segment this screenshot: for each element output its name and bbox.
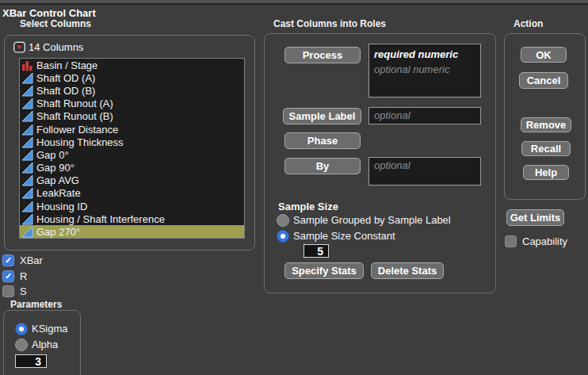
window-top-strip bbox=[0, 0, 588, 5]
column-list-item[interactable]: Shaft Runout (A) bbox=[20, 98, 244, 110]
by-button[interactable]: By bbox=[284, 158, 361, 174]
chart-type-option[interactable]: S bbox=[2, 285, 43, 297]
column-list[interactable]: Basin / StageShaft OD (A)Shaft OD (B)Sha… bbox=[19, 58, 245, 239]
chart-type-checkbox[interactable]: ✓ bbox=[2, 270, 14, 282]
recall-button[interactable]: Recall bbox=[521, 141, 571, 156]
ksigma-value-input[interactable] bbox=[15, 354, 47, 368]
cast-columns-panel: Process required numeric optional numeri… bbox=[264, 33, 496, 293]
sample-size-option[interactable]: Sample Size Constant bbox=[277, 229, 451, 243]
sample-size-radio[interactable] bbox=[277, 230, 289, 243]
radio-dot-icon bbox=[281, 234, 285, 239]
process-button[interactable]: Process bbox=[284, 47, 361, 63]
column-list-item[interactable]: Housing / Shaft Interference bbox=[20, 212, 244, 225]
radio-dot-icon bbox=[19, 327, 24, 331]
column-list-item-label: LeakRate bbox=[36, 187, 81, 199]
continuous-icon bbox=[21, 174, 33, 186]
column-list-item-label: Follower Distance bbox=[36, 124, 118, 136]
action-panel: OK Cancel Remove Recall Help bbox=[504, 33, 586, 200]
process-optional-text: optional numeric bbox=[374, 62, 475, 77]
column-list-item[interactable]: Shaft OD (A) bbox=[20, 71, 244, 84]
chart-type-option[interactable]: ✓XBar bbox=[2, 254, 43, 266]
column-list-item[interactable]: Basin / Stage bbox=[20, 59, 244, 71]
column-list-item[interactable]: Gap AVG bbox=[20, 174, 244, 187]
continuous-icon bbox=[21, 149, 33, 161]
sample-label-button[interactable]: Sample Label bbox=[283, 108, 361, 124]
bar-chart-icon bbox=[21, 59, 33, 71]
remove-button[interactable]: Remove bbox=[521, 117, 571, 132]
parameters-option[interactable]: KSigma bbox=[15, 322, 68, 335]
process-drop-field[interactable]: required numeric optional numeric bbox=[368, 44, 481, 98]
chart-type-option[interactable]: ✓R bbox=[2, 270, 43, 282]
sample-size-label: Sample Size bbox=[278, 201, 338, 212]
red-triangle-menu-icon[interactable] bbox=[13, 41, 25, 53]
sample-size-option[interactable]: Sample Grouped by Sample Label bbox=[277, 213, 451, 227]
select-columns-panel: 14 Columns Basin / StageShaft OD (A)Shaf… bbox=[4, 35, 255, 251]
ok-button[interactable]: OK bbox=[521, 47, 567, 63]
parameters-radio[interactable] bbox=[15, 339, 28, 351]
continuous-icon bbox=[21, 162, 33, 174]
continuous-icon bbox=[21, 124, 33, 136]
parameters-label: Parameters bbox=[10, 299, 62, 310]
sample-size-constant-input[interactable] bbox=[304, 244, 329, 258]
column-list-item[interactable]: Housing ID bbox=[20, 200, 244, 212]
column-list-item[interactable]: Shaft Runout (B) bbox=[20, 110, 244, 123]
by-placeholder: optional bbox=[374, 160, 475, 171]
continuous-icon bbox=[21, 98, 33, 109]
continuous-icon bbox=[21, 136, 33, 148]
column-list-item-label: Gap 90° bbox=[36, 162, 74, 174]
sample-label-drop-field[interactable]: optional bbox=[368, 107, 481, 124]
column-list-item[interactable]: Gap 270° bbox=[20, 225, 244, 238]
chart-type-checkbox-label: R bbox=[20, 270, 27, 282]
select-columns-label: Select Columns bbox=[20, 18, 91, 29]
check-icon: ✓ bbox=[5, 272, 12, 281]
help-button[interactable]: Help bbox=[523, 165, 569, 180]
specify-stats-button[interactable]: Specify Stats bbox=[284, 262, 364, 279]
column-list-item-label: Shaft OD (B) bbox=[36, 85, 95, 97]
column-list-item-label: Gap 270° bbox=[36, 226, 80, 238]
chart-type-options: ✓XBar✓RS bbox=[2, 254, 43, 301]
column-list-item[interactable]: Gap 0° bbox=[20, 148, 244, 161]
continuous-icon bbox=[21, 85, 33, 97]
chart-type-checkbox-label: XBar bbox=[20, 254, 43, 266]
phase-button[interactable]: Phase bbox=[284, 132, 361, 149]
continuous-icon bbox=[21, 110, 33, 122]
columns-count-label: 14 Columns bbox=[29, 41, 83, 53]
column-list-item-label: Shaft OD (A) bbox=[36, 72, 95, 84]
parameters-radio-label: Alpha bbox=[32, 339, 58, 350]
capability-checkbox[interactable] bbox=[505, 235, 517, 247]
by-drop-field[interactable]: optional bbox=[368, 157, 481, 186]
column-list-item[interactable]: LeakRate bbox=[20, 187, 244, 200]
delete-stats-button[interactable]: Delete Stats bbox=[371, 262, 444, 279]
parameters-radio[interactable] bbox=[15, 323, 28, 335]
capability-option[interactable]: Capability bbox=[505, 235, 567, 247]
column-list-item[interactable]: Housing Thickness bbox=[20, 136, 244, 148]
sample-label-placeholder: optional bbox=[374, 110, 475, 121]
cancel-button[interactable]: Cancel bbox=[519, 72, 568, 89]
get-limits-button[interactable]: Get Limits bbox=[506, 209, 564, 226]
continuous-icon bbox=[21, 72, 33, 84]
chart-type-checkbox-label: S bbox=[20, 285, 27, 297]
xbar-control-chart-dialog: XBar Control Chart Select Columns Cast C… bbox=[0, 0, 588, 375]
column-list-item-label: Shaft Runout (A) bbox=[36, 98, 113, 109]
chart-type-checkbox[interactable] bbox=[2, 285, 14, 297]
parameters-option[interactable]: Alpha bbox=[15, 338, 68, 351]
column-list-item-label: Basin / Stage bbox=[36, 59, 97, 71]
continuous-icon bbox=[21, 226, 33, 238]
column-list-item[interactable]: Shaft OD (B) bbox=[20, 84, 244, 97]
parameters-panel: KSigmaAlpha bbox=[3, 310, 81, 375]
continuous-icon bbox=[21, 213, 33, 225]
chart-type-checkbox[interactable]: ✓ bbox=[2, 254, 14, 266]
column-list-item-label: Gap 0° bbox=[36, 149, 69, 161]
capability-checkbox-label: Capability bbox=[522, 235, 567, 247]
sample-size-radio[interactable] bbox=[277, 214, 289, 227]
column-list-item-label: Gap AVG bbox=[36, 174, 79, 186]
column-list-item-label: Shaft Runout (B) bbox=[36, 110, 113, 122]
column-list-item[interactable]: Follower Distance bbox=[20, 123, 244, 136]
column-list-item-label: Housing Thickness bbox=[36, 136, 124, 148]
continuous-icon bbox=[21, 187, 33, 199]
cast-columns-label: Cast Columns into Roles bbox=[273, 18, 386, 29]
column-list-item[interactable]: Gap 90° bbox=[20, 162, 244, 174]
column-list-item-label: Housing ID bbox=[36, 201, 87, 212]
window-title: XBar Control Chart bbox=[2, 7, 96, 19]
sample-size-radio-label: Sample Grouped by Sample Label bbox=[293, 214, 451, 226]
